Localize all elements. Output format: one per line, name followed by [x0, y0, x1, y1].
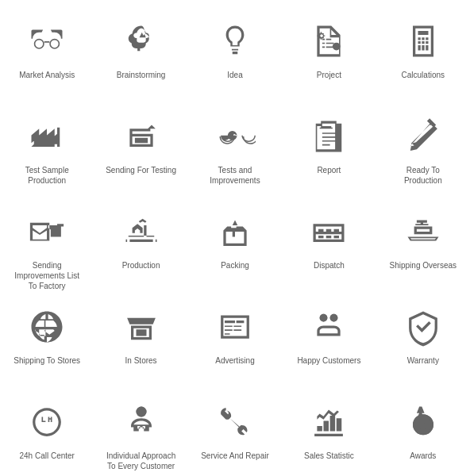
- icon-cell-service-repair: Service And Repair: [188, 389, 282, 476]
- 24h-call-icon: [23, 398, 71, 446]
- 24h-call-label: 24h Call Center: [19, 451, 74, 461]
- ready-production-icon: [399, 113, 447, 160]
- dispatch-icon: [305, 208, 352, 255]
- icon-cell-happy-customers: Happy Customers: [282, 294, 376, 389]
- awards-icon: [399, 398, 447, 446]
- tests-improvements-label: Tests and Improvements: [199, 165, 271, 186]
- packing-label: Packing: [221, 260, 249, 271]
- shipping-overseas-icon: [399, 208, 447, 255]
- report-label: Report: [317, 165, 341, 175]
- icon-cell-test-sample: Test Sample Production: [0, 103, 94, 198]
- individual-approach-label: Individual Approach To Every Customer: [106, 451, 177, 471]
- icon-grid: Market Analysis Brainstorming Idea Proje…: [0, 0, 470, 476]
- calculations-label: Calculations: [402, 70, 445, 80]
- icon-cell-sending-testing: Sending For Testing: [94, 103, 187, 198]
- happy-customers-icon: [305, 303, 352, 351]
- sales-statistic-label: Sales Statistic: [304, 451, 354, 461]
- shipping-overseas-label: Shipping Overseas: [390, 260, 457, 271]
- calculations-icon: [399, 17, 447, 65]
- ready-production-label: Ready To Production: [387, 165, 459, 186]
- icon-cell-market-analysis: Market Analysis: [0, 8, 94, 103]
- idea-icon: [211, 17, 259, 65]
- brainstorming-icon: [118, 17, 165, 65]
- in-stores-icon: [118, 303, 165, 351]
- production-label: Production: [122, 260, 160, 271]
- sending-improvements-label: Sending Improvements List To Factory: [11, 260, 83, 291]
- sales-statistic-icon: [305, 398, 352, 446]
- service-repair-label: Service And Repair: [201, 451, 269, 461]
- icon-cell-advertising: Advertising: [188, 294, 282, 389]
- icon-cell-calculations: Calculations: [376, 8, 470, 103]
- icon-cell-sending-improvements: Sending Improvements List To Factory: [0, 198, 94, 294]
- sending-testing-label: Sending For Testing: [106, 165, 176, 175]
- icon-cell-awards: Awards: [376, 389, 470, 476]
- icon-cell-in-stores: In Stores: [94, 294, 187, 389]
- in-stores-label: In Stores: [125, 355, 157, 366]
- packing-icon: [211, 208, 259, 255]
- market-analysis-label: Market Analysis: [19, 70, 75, 80]
- test-sample-icon: [23, 113, 71, 160]
- production-icon: [118, 208, 165, 255]
- icon-cell-packing: Packing: [188, 198, 282, 294]
- project-label: Project: [317, 70, 341, 80]
- icon-cell-24h-call: 24h Call Center: [0, 389, 94, 476]
- icon-cell-tests-improvements: Tests and Improvements: [188, 103, 282, 198]
- brainstorming-label: Brainstorming: [117, 70, 166, 80]
- dispatch-label: Dispatch: [314, 260, 345, 271]
- icon-cell-brainstorming: Brainstorming: [94, 8, 187, 103]
- individual-approach-icon: [118, 398, 165, 446]
- awards-label: Awards: [410, 451, 436, 461]
- icon-cell-dispatch: Dispatch: [282, 198, 376, 294]
- advertising-label: Advertising: [215, 355, 254, 366]
- project-icon: [305, 17, 352, 65]
- icon-cell-project: Project: [282, 8, 376, 103]
- idea-label: Idea: [227, 70, 242, 80]
- icon-cell-production: Production: [94, 198, 187, 294]
- warranty-label: Warranty: [407, 355, 439, 366]
- sending-testing-icon: [118, 113, 165, 160]
- test-sample-label: Test Sample Production: [11, 165, 83, 186]
- icon-cell-shipping-overseas: Shipping Overseas: [376, 198, 470, 294]
- report-icon: [305, 113, 352, 160]
- svg-point-0: [333, 43, 341, 51]
- icon-cell-ready-production: Ready To Production: [376, 103, 470, 198]
- tests-improvements-icon: [211, 113, 259, 160]
- happy-customers-label: Happy Customers: [297, 355, 360, 366]
- shipping-stores-label: Shipping To Stores: [13, 355, 80, 366]
- advertising-icon: [211, 303, 259, 351]
- icon-cell-individual-approach: Individual Approach To Every Customer: [94, 389, 187, 476]
- market-analysis-icon: [23, 17, 71, 65]
- icon-cell-sales-statistic: Sales Statistic: [282, 389, 376, 476]
- warranty-icon: [399, 303, 447, 351]
- icon-cell-report: Report: [282, 103, 376, 198]
- service-repair-icon: [211, 398, 259, 446]
- sending-improvements-icon: [23, 208, 71, 255]
- icon-cell-shipping-stores: Shipping To Stores: [0, 294, 94, 389]
- shipping-stores-icon: [23, 303, 71, 351]
- icon-cell-warranty: Warranty: [376, 294, 470, 389]
- icon-cell-idea: Idea: [188, 8, 282, 103]
